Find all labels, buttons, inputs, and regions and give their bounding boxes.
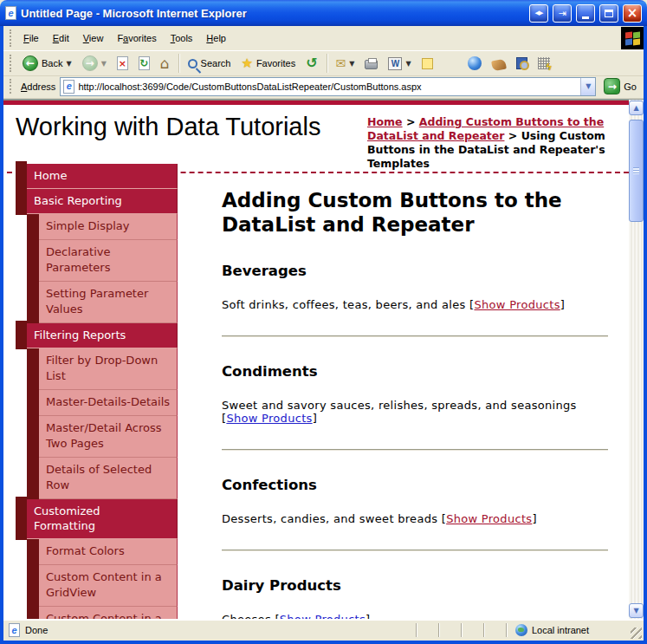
section-divider bbox=[222, 335, 608, 337]
go-label: Go bbox=[624, 81, 637, 92]
browser-window: e Untitled Page - Microsoft Internet Exp… bbox=[0, 0, 647, 644]
category-heading: Dairy Products bbox=[222, 577, 608, 594]
sidebar-item-custom-content-gridview[interactable]: Custom Content in a GridView bbox=[39, 565, 178, 607]
security-zone: Local intranet bbox=[512, 624, 642, 636]
menu-tools[interactable]: Tools bbox=[164, 29, 200, 47]
favorites-label: Favorites bbox=[256, 58, 295, 68]
home-icon: ⌂ bbox=[160, 56, 170, 71]
scrollbar-thumb[interactable] bbox=[629, 120, 644, 222]
scroll-up-button[interactable]: ▲ bbox=[629, 101, 644, 115]
vertical-scrollbar[interactable]: ▲ ▼ bbox=[629, 100, 644, 619]
toolbar-grip[interactable] bbox=[10, 79, 14, 93]
edit-with-word-button[interactable]: W ▼ bbox=[384, 55, 415, 72]
sidebar-item-custom-content[interactable]: Custom Content in a bbox=[39, 607, 178, 619]
back-icon: ← bbox=[23, 55, 38, 71]
chevron-down-icon: ▼ bbox=[349, 60, 354, 68]
category-heading: Confections bbox=[222, 477, 608, 493]
favorites-button[interactable]: ★ Favorites bbox=[236, 55, 300, 72]
address-dropdown-button[interactable]: ▼ bbox=[580, 78, 595, 95]
notes-button[interactable] bbox=[417, 56, 437, 71]
research-button[interactable] bbox=[512, 55, 532, 71]
home-button[interactable]: ⌂ bbox=[156, 55, 174, 73]
search-button[interactable]: Search bbox=[184, 56, 236, 70]
capture-tool-button[interactable] bbox=[488, 55, 510, 72]
search-icon bbox=[188, 59, 197, 68]
category-description: Sweet and savory sauces, relishes, sprea… bbox=[222, 399, 608, 425]
forward-button[interactable]: → ▼ bbox=[78, 54, 111, 73]
scroll-down-button[interactable]: ▼ bbox=[629, 603, 644, 618]
word-icon: W bbox=[388, 57, 402, 70]
screen-capture-button[interactable]: ϟ bbox=[534, 55, 554, 71]
address-url[interactable]: http://localhost:3699/Code/CustomButtons… bbox=[78, 81, 577, 92]
standard-buttons-toolbar: ← Back ▼ → ▼ × ↻ ⌂ Search ★ Favorites ↺ bbox=[3, 50, 644, 76]
print-button[interactable] bbox=[360, 55, 382, 71]
popout-icon: ⇥ bbox=[558, 9, 566, 18]
sidebar-item-customized-formatting[interactable]: Customized Formatting bbox=[27, 499, 178, 539]
show-products-link[interactable]: Show Products bbox=[280, 613, 366, 619]
close-button[interactable]: × bbox=[623, 4, 642, 23]
sidebar-item-filtering-reports[interactable]: Filtering Reports bbox=[27, 323, 178, 348]
menu-help[interactable]: Help bbox=[199, 29, 233, 47]
show-products-link[interactable]: Show Products bbox=[226, 412, 312, 425]
window-bottom-border bbox=[0, 641, 647, 644]
zone-label: Local intranet bbox=[532, 625, 589, 635]
page-top-accent-strip bbox=[3, 100, 629, 105]
refresh-icon: ↻ bbox=[139, 56, 150, 70]
minimize-button[interactable] bbox=[576, 4, 595, 23]
address-input[interactable]: e http://localhost:3699/Code/CustomButto… bbox=[60, 77, 596, 96]
vm-resize-button[interactable]: ◀▶ bbox=[529, 4, 548, 23]
left-right-arrows-icon: ◀▶ bbox=[535, 10, 543, 16]
sidebar-item-home[interactable]: Home bbox=[27, 164, 178, 189]
sidebar-item-basic-reporting[interactable]: Basic Reporting bbox=[27, 189, 178, 214]
back-button[interactable]: ← Back ▼ bbox=[18, 54, 76, 73]
history-button[interactable]: ↺ bbox=[301, 55, 321, 72]
toolbar-grip[interactable] bbox=[10, 29, 14, 47]
show-products-link[interactable]: Show Products bbox=[474, 298, 560, 311]
main-content: Adding Custom Buttons to the DataList an… bbox=[222, 181, 608, 619]
sidebar-item-declarative-parameters[interactable]: Declarative Parameters bbox=[39, 240, 178, 282]
refresh-button[interactable]: ↻ bbox=[134, 55, 154, 72]
sidebar-item-filter-by-dropdown-list[interactable]: Filter by Drop-Down List bbox=[39, 348, 178, 390]
status-bar: e Done Local intranet bbox=[3, 619, 644, 641]
ie-app-icon: e bbox=[5, 6, 16, 20]
address-label: Address bbox=[21, 81, 55, 92]
printer-icon bbox=[365, 60, 378, 69]
window-title: Untitled Page - Microsoft Internet Explo… bbox=[21, 7, 525, 20]
web-page: Working with Data Tutorials Home > Addin… bbox=[3, 100, 629, 619]
status-text: Done bbox=[25, 625, 411, 635]
sidebar-nav: Home Basic Reporting Simple Display Decl… bbox=[16, 164, 178, 619]
sidebar-item-details-of-selected-row[interactable]: Details of Selected Row bbox=[39, 458, 178, 499]
sidebar-item-master-details-details[interactable]: Master-Details-Details bbox=[39, 390, 178, 416]
sidebar-item-setting-parameter-values[interactable]: Setting Parameter Values bbox=[39, 282, 178, 323]
messenger-button[interactable] bbox=[463, 55, 486, 72]
menu-view[interactable]: View bbox=[76, 29, 111, 47]
sidebar-item-format-colors[interactable]: Format Colors bbox=[39, 539, 178, 565]
show-products-link[interactable]: Show Products bbox=[446, 512, 532, 525]
browser-viewport: Working with Data Tutorials Home > Addin… bbox=[3, 99, 644, 619]
mail-button[interactable]: ✉ ▼ bbox=[332, 55, 359, 71]
page-icon: e bbox=[63, 80, 74, 94]
note-icon bbox=[422, 58, 433, 69]
menu-favorites[interactable]: Favorites bbox=[110, 29, 163, 47]
sidebar-item-master-detail-across-two-pages[interactable]: Master/Detail Across Two Pages bbox=[39, 416, 178, 458]
menu-edit[interactable]: Edit bbox=[46, 29, 76, 47]
category-heading: Condiments bbox=[222, 363, 608, 380]
resize-grip[interactable] bbox=[631, 628, 642, 639]
stop-button[interactable]: × bbox=[113, 55, 133, 72]
sidebar-item-simple-display[interactable]: Simple Display bbox=[39, 214, 178, 240]
breadcrumb-separator: > bbox=[406, 115, 415, 128]
go-arrow-icon: → bbox=[604, 78, 620, 94]
back-label: Back bbox=[42, 58, 62, 68]
maximize-button[interactable] bbox=[599, 4, 618, 23]
toolbar-grip[interactable] bbox=[10, 55, 14, 72]
pixel-grid-lightning-icon: ϟ bbox=[538, 57, 550, 69]
go-button[interactable]: → Go bbox=[600, 78, 640, 94]
breadcrumb-home-link[interactable]: Home bbox=[367, 115, 403, 128]
mail-icon: ✉ bbox=[336, 57, 346, 69]
toolbar-separator bbox=[327, 54, 327, 73]
minimize-icon bbox=[582, 16, 589, 19]
menu-file[interactable]: File bbox=[16, 29, 46, 47]
page-title: Adding Custom Buttons to the DataList an… bbox=[222, 188, 608, 237]
vm-popout-button[interactable]: ⇥ bbox=[553, 4, 572, 23]
chevron-down-icon: ▼ bbox=[405, 60, 411, 68]
